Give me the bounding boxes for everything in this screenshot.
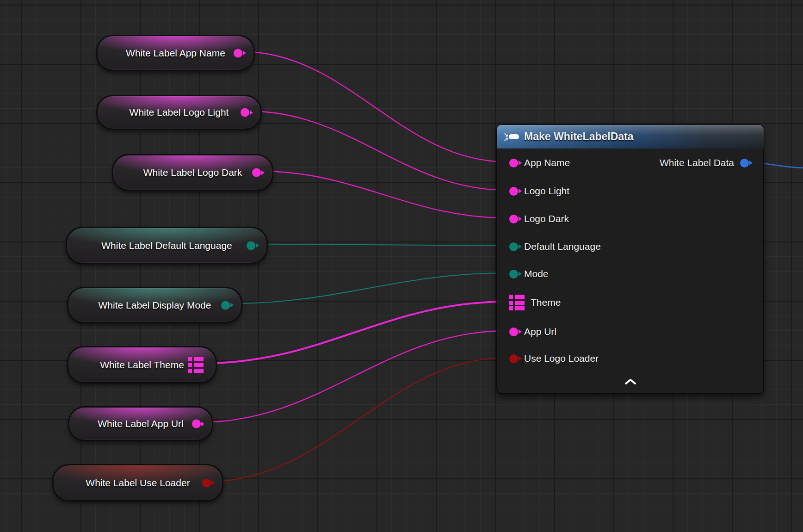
boolean-input-pin[interactable] <box>509 354 518 363</box>
node-get-white-label-default-language[interactable]: White Label Default Language <box>66 227 268 264</box>
enum-input-pin[interactable] <box>509 242 518 251</box>
pin-label: Logo Light <box>524 186 569 197</box>
pin-label: Logo Dark <box>524 213 569 224</box>
variable-label: White Label App Url <box>98 418 184 429</box>
struct-grid-icon[interactable] <box>509 295 525 310</box>
variable-label: White Label Display Mode <box>99 300 211 311</box>
string-input-pin[interactable] <box>509 328 518 336</box>
pin-label: App Name <box>524 157 570 168</box>
pin-row-logo-light: Logo Light <box>509 183 569 199</box>
wire-default-language[interactable] <box>254 244 507 246</box>
variable-label: White Label Logo Dark <box>143 167 242 178</box>
pin-row-use-logo-loader: Use Logo Loader <box>509 351 599 366</box>
string-output-pin[interactable] <box>252 168 261 177</box>
pin-row-default-language: Default Language <box>509 239 601 254</box>
variable-label: White Label Logo Light <box>130 107 229 118</box>
string-output-pin[interactable] <box>192 420 201 428</box>
string-input-pin[interactable] <box>509 187 518 196</box>
enum-input-pin[interactable] <box>509 270 518 278</box>
node-get-white-label-app-name[interactable]: White Label App Name <box>96 35 255 71</box>
wire-logo-dark[interactable] <box>259 171 507 218</box>
wire-logo-light[interactable] <box>248 111 507 190</box>
boolean-output-pin[interactable] <box>202 478 211 487</box>
wire-display-mode[interactable] <box>229 273 507 304</box>
variable-label: White Label Theme <box>100 359 184 371</box>
pin-label: App Url <box>524 326 556 337</box>
wire-use-loader[interactable] <box>210 358 507 482</box>
blueprint-graph-canvas[interactable]: White Label App Name White Label Logo Li… <box>0 0 803 532</box>
variable-label: White Label Default Language <box>101 240 232 251</box>
wire-theme[interactable] <box>202 302 507 364</box>
string-output-pin[interactable] <box>241 108 249 117</box>
wire-app-name[interactable] <box>241 52 507 162</box>
node-get-white-label-use-loader[interactable]: White Label Use Loader <box>52 464 223 501</box>
pin-label: Theme <box>531 297 561 308</box>
node-header[interactable]: ↘↗ Make WhiteLabelData <box>497 125 764 148</box>
node-get-white-label-theme[interactable]: White Label Theme <box>67 346 217 384</box>
make-struct-icon: ↘↗ <box>504 132 519 142</box>
pin-label: White Label Data <box>660 157 734 168</box>
string-input-pin[interactable] <box>509 215 518 223</box>
node-make-whitelabeldata[interactable]: ↘↗ Make WhiteLabelData App Name Logo Lig… <box>496 124 764 394</box>
node-title: Make WhiteLabelData <box>524 130 633 143</box>
enum-output-pin[interactable] <box>247 241 255 250</box>
string-output-pin[interactable] <box>234 49 242 57</box>
pin-row-mode: Mode <box>509 266 549 282</box>
node-get-white-label-app-url[interactable]: White Label App Url <box>68 406 213 441</box>
pin-label: Use Logo Loader <box>524 353 599 364</box>
variable-label: White Label Use Loader <box>86 477 190 489</box>
struct-output-pin[interactable] <box>740 159 749 167</box>
pin-label: Mode <box>524 268 549 279</box>
pin-row-app-name: App Name <box>509 155 570 171</box>
collapse-node-button[interactable] <box>624 377 637 386</box>
string-input-pin[interactable] <box>509 159 518 167</box>
pin-label: Default Language <box>524 241 601 252</box>
pin-row-logo-dark: Logo Dark <box>509 211 569 227</box>
chevron-up-icon <box>624 378 636 385</box>
wire-app-url[interactable] <box>199 331 507 422</box>
pin-row-theme: Theme <box>509 295 561 310</box>
struct-grid-icon[interactable] <box>188 357 204 373</box>
enum-output-pin[interactable] <box>221 301 230 309</box>
variable-label: White Label App Name <box>126 48 225 59</box>
pin-row-white-label-data: White Label Data <box>660 155 749 171</box>
node-get-white-label-logo-light[interactable]: White Label Logo Light <box>96 95 262 130</box>
pin-row-app-url: App Url <box>509 324 556 340</box>
node-get-white-label-display-mode[interactable]: White Label Display Mode <box>67 287 242 323</box>
node-get-white-label-logo-dark[interactable]: White Label Logo Dark <box>112 154 273 191</box>
